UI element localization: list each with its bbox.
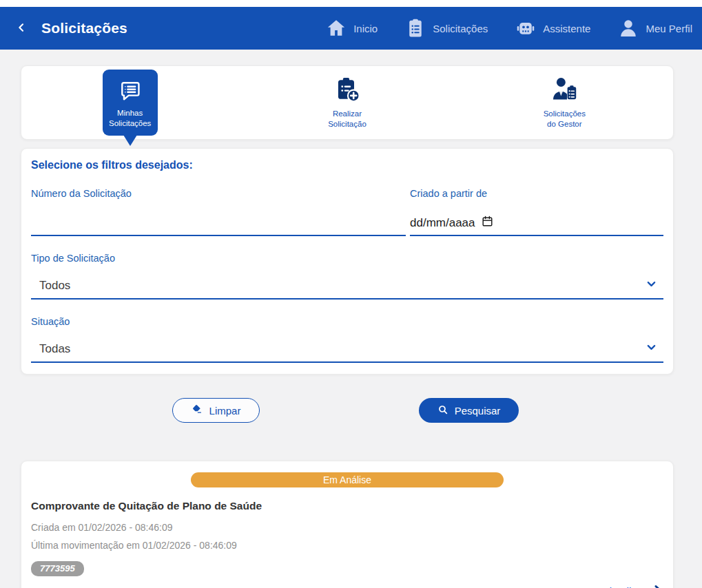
home-icon	[326, 18, 347, 39]
user-icon	[618, 18, 639, 39]
nav-label: Meu Perfil	[646, 23, 692, 34]
limpar-label: Limpar	[209, 405, 241, 417]
app-header: Solicitações Inicio Solicitações	[0, 7, 702, 50]
filter-grid: Número da Solicitação Criado a partir de…	[31, 188, 663, 236]
nav-item-solicitacoes[interactable]: Solicitações	[405, 18, 488, 39]
actions-row: Limpar Pesquisar	[21, 398, 674, 423]
nav-label: Assistente	[543, 23, 590, 34]
tabs-card: Minhas Solicitações Realizar Solicitação	[21, 65, 674, 140]
pesquisar-button[interactable]: Pesquisar	[419, 398, 519, 423]
field-tipo-solicitacao: Tipo de Solicitação Todos	[31, 253, 663, 300]
nav-label: Solicitações	[433, 23, 488, 34]
chevron-down-icon	[646, 279, 657, 293]
date-input[interactable]: dd/mm/aaaa	[410, 211, 663, 236]
field-situacao: Situação Todas	[31, 316, 663, 363]
nav-item-meu-perfil[interactable]: Meu Perfil	[618, 18, 692, 39]
situacao-label: Situação	[31, 316, 663, 327]
pesquisar-label: Pesquisar	[455, 405, 501, 417]
result-card: Em Análise Comprovante de Quitação de Pl…	[21, 461, 674, 588]
chevron-right-icon	[652, 585, 663, 588]
status-badge: Em Análise	[191, 472, 504, 487]
nav-item-assistente[interactable]: Assistente	[515, 18, 590, 39]
tipo-selected-value: Todos	[39, 279, 70, 293]
page-title: Solicitações	[41, 20, 127, 36]
field-criado-a-partir-de: Criado a partir de dd/mm/aaaa	[410, 188, 663, 236]
situacao-select[interactable]: Todas	[31, 337, 663, 363]
field-numero-solicitacao: Número da Solicitação	[31, 188, 406, 236]
tipo-label: Tipo de Solicitação	[31, 253, 663, 264]
eraser-icon	[192, 403, 203, 417]
numero-label: Número da Solicitação	[31, 188, 406, 199]
tab-label: Minhas Solicitações	[109, 108, 151, 129]
criado-label: Criado a partir de	[410, 188, 663, 199]
nav-item-inicio[interactable]: Inicio	[326, 18, 378, 39]
tab-minhas-solicitacoes[interactable]: Minhas Solicitações	[21, 66, 238, 139]
clipboard-plus-icon	[333, 76, 361, 103]
result-created: Criada em 01/02/2026 - 08:46:09	[31, 522, 663, 533]
tab-label: Realizar Solicitação	[328, 109, 367, 129]
filter-card: Selecione os filtros desejados: Número d…	[21, 148, 674, 375]
ver-detalhes-link[interactable]: Ver detalhes	[31, 585, 663, 588]
bubble-list-icon	[118, 78, 143, 103]
top-strip	[0, 0, 702, 7]
header-nav: Inicio Solicitações	[326, 18, 692, 39]
nav-label: Inicio	[353, 23, 378, 34]
back-button[interactable]	[12, 19, 30, 37]
clipboard-icon	[405, 18, 426, 39]
result-updated: Última movimentação em 01/02/2026 - 08:4…	[31, 540, 663, 551]
limpar-button[interactable]: Limpar	[172, 398, 260, 423]
chevron-down-icon	[646, 342, 657, 356]
date-placeholder: dd/mm/aaaa	[410, 216, 475, 230]
manager-clipboard-icon	[550, 76, 578, 103]
filter-heading: Selecione os filtros desejados:	[31, 159, 663, 171]
tab-realizar-solicitacao[interactable]: Realizar Solicitação	[238, 66, 455, 139]
tab-solicitacoes-gestor[interactable]: Solicitações do Gestor	[456, 66, 673, 139]
result-title: Comprovante de Quitação de Plano de Saúd…	[31, 500, 663, 512]
situacao-selected-value: Todas	[39, 342, 70, 356]
calendar-icon[interactable]	[482, 216, 493, 231]
tipo-select[interactable]: Todos	[31, 273, 663, 300]
back-chevron-icon	[16, 22, 27, 35]
active-tab-box: Minhas Solicitações	[103, 70, 158, 136]
robot-icon	[515, 18, 536, 39]
numero-input[interactable]	[31, 211, 406, 236]
main-content: Minhas Solicitações Realizar Solicitação	[21, 65, 674, 588]
request-id-badge: 7773595	[31, 561, 84, 576]
search-icon	[437, 404, 448, 417]
ver-detalhes-label: Ver detalhes	[587, 585, 646, 588]
tab-label: Solicitações do Gestor	[544, 109, 586, 129]
